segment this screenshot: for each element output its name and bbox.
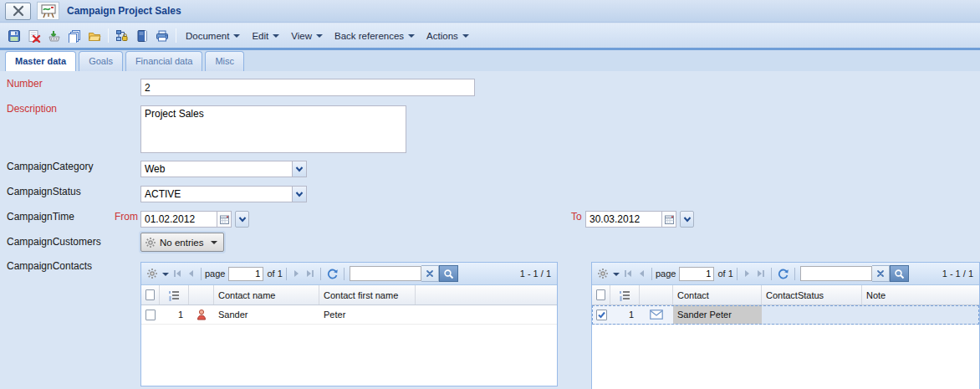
open-folder-button[interactable] [85,27,104,45]
row-checkbox[interactable] [145,310,156,320]
chevron-down-icon [294,165,304,173]
tab-financial-data[interactable]: Financial data [125,51,203,71]
date-from-dropdown-button[interactable] [235,211,249,228]
campaign-status-trigger[interactable] [292,186,307,202]
delete-icon [28,29,41,43]
left-grid-last-page-button[interactable] [304,265,317,282]
right-grid-icon-header[interactable] [640,285,673,305]
right-grid-first-page-button[interactable] [621,265,635,282]
right-grid-col-note[interactable]: Note [862,285,979,305]
campaign-contacts-label: CampaignContacts [7,260,92,272]
left-grid-first-page-button[interactable] [171,265,184,282]
left-grid-search-input[interactable] [350,266,421,281]
select-all-checkbox[interactable] [596,289,605,300]
gear-icon [145,237,156,248]
basket-import-button[interactable] [45,27,64,45]
date-from-calendar-button[interactable] [217,211,232,228]
refresh-icon [326,268,339,280]
date-to-field[interactable] [585,211,661,228]
right-grid-pager: page of 1 1 - 1 / 1 [592,263,979,285]
left-grid-range-label: 1 - 1 / 1 [520,269,554,279]
notebook-button[interactable] [133,27,151,45]
right-grid-rownum-header[interactable] [610,285,640,305]
date-to-dropdown-button[interactable] [680,211,694,228]
campaign-time-to-label: To [571,211,582,223]
campaign-time-from [140,211,249,228]
chevron-down-icon [613,273,620,276]
menu-edit[interactable]: Edit [246,27,285,45]
left-grid-search-button[interactable] [439,265,458,282]
campaign-status-label: CampaignStatus [7,186,81,197]
table-row[interactable]: 1 Sander Peter [141,305,557,325]
tab-master-data[interactable]: Master data [5,51,76,71]
toolbar-separator [176,28,176,43]
menu-actions[interactable]: Actions [421,27,475,45]
pager-separator [201,268,202,280]
campaign-category-label: CampaignCategory [7,161,93,172]
menu-document[interactable]: Document [180,27,246,45]
date-from-field[interactable] [140,211,217,228]
close-button[interactable] [5,3,31,20]
right-grid-last-page-button[interactable] [754,265,768,282]
right-grid-search-button[interactable] [890,265,909,282]
right-grid-search [800,265,909,282]
campaign-time-to [585,211,694,228]
clear-icon [426,269,434,278]
table-row[interactable]: 1 Sander Peter [592,305,979,325]
menu-actions-label: Actions [426,31,458,41]
tab-goals[interactable]: Goals [79,51,123,71]
date-to-calendar-button[interactable] [661,211,676,228]
campaign-time-from-label: From [115,211,138,223]
left-grid-clear-search-button[interactable] [421,265,439,282]
left-grid-icon-header[interactable] [189,285,214,305]
description-field[interactable]: Project Sales [140,105,406,153]
envelope-icon [650,310,663,320]
empty-cell [416,305,557,324]
copy-icon [68,29,81,43]
contact-cell: Sander Peter [673,305,762,324]
right-grid-col-contact-status[interactable]: ContactStatus [762,285,862,305]
chevron-down-icon [462,34,469,38]
row-checkbox[interactable] [596,310,607,320]
hierarchy-button[interactable] [113,27,131,45]
campaign-customers-button[interactable]: No entries [140,233,224,252]
right-grid-clear-search-button[interactable] [872,265,890,282]
left-grid-page-input[interactable] [228,267,263,281]
campaign-status-combo [140,186,307,202]
right-grid-next-page-button[interactable] [741,265,754,282]
notebook-icon [135,29,149,43]
left-grid-rownum-header[interactable] [160,285,189,305]
right-grid-page-input[interactable] [679,267,714,281]
left-grid-next-page-button[interactable] [290,265,304,282]
left-grid-select-all[interactable] [141,285,160,305]
left-grid-refresh-button[interactable] [324,265,340,282]
menu-back-references[interactable]: Back references [329,27,421,45]
row-number: 1 [610,305,640,324]
campaign-icon [37,2,59,20]
right-grid-refresh-button[interactable] [775,265,791,282]
campaign-category-field[interactable] [140,161,292,177]
number-field[interactable] [140,79,475,96]
delete-button[interactable] [25,27,43,45]
copy-button[interactable] [65,27,84,45]
open-folder-icon [88,29,101,43]
toolbar-separator [108,28,109,43]
pager-separator [286,268,287,280]
campaign-status-field[interactable] [140,186,292,202]
save-button[interactable] [5,27,23,45]
right-grid-search-input[interactable] [800,266,872,281]
tab-misc[interactable]: Misc [205,51,244,71]
right-grid-settings-button[interactable] [595,265,621,282]
campaign-category-trigger[interactable] [292,161,307,177]
last-page-icon [756,269,766,279]
left-grid-settings-button[interactable] [145,265,171,282]
left-grid-col-contact-first-name[interactable]: Contact first name [319,285,416,305]
print-button[interactable] [153,27,171,45]
right-grid-prev-page-button[interactable] [635,265,648,282]
right-grid-col-contact[interactable]: Contact [673,285,762,305]
menu-view[interactable]: View [285,27,329,45]
left-grid-prev-page-button[interactable] [184,265,197,282]
right-grid-select-all[interactable] [592,285,610,305]
left-grid-col-contact-name[interactable]: Contact name [214,285,319,305]
select-all-checkbox[interactable] [145,289,155,300]
